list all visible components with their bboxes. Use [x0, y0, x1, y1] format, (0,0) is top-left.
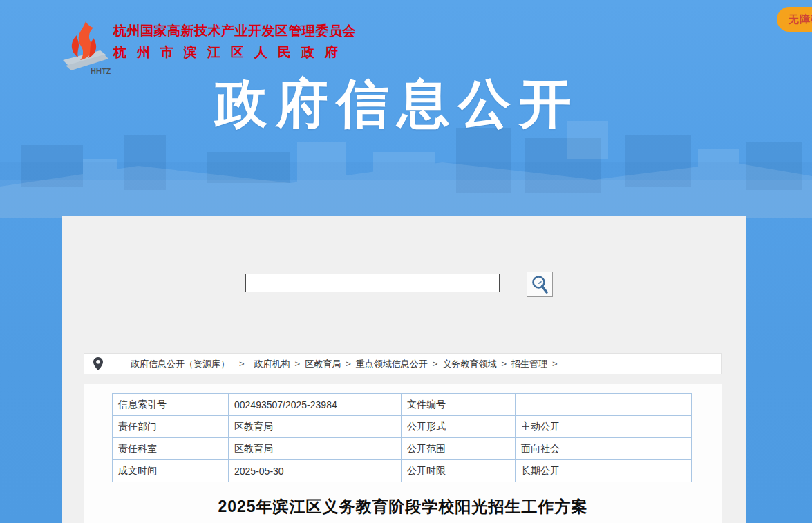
breadcrumb-item[interactable]: 义务教育领域 [442, 359, 496, 369]
org-name-line1: 杭州国家高新技术产业开发区管理委员会 [113, 22, 362, 40]
meta-value-cell: 区教育局 [229, 438, 402, 460]
breadcrumb-separator: > [552, 359, 558, 369]
breadcrumb-separator: > [501, 359, 507, 369]
location-pin-icon [93, 357, 103, 370]
meta-label-cell: 文件编号 [402, 394, 516, 416]
breadcrumb-item[interactable]: 招生管理 [511, 359, 547, 369]
meta-value-cell [516, 394, 692, 416]
magnifier-icon [531, 275, 549, 294]
table-row: 责任部门区教育局公开形式主动公开 [113, 416, 692, 438]
accessibility-button[interactable]: 无障碍 [777, 7, 812, 32]
meta-value-cell: 长期公开 [516, 460, 692, 482]
search-input[interactable] [245, 274, 500, 292]
meta-label-cell: 责任科室 [113, 438, 229, 460]
meta-label-cell: 公开时限 [402, 460, 516, 482]
search-button[interactable] [527, 272, 553, 297]
breadcrumb: 政府信息公开（资源库）>政府机构>区教育局>重点领域信息公开>义务教育领域>招生… [131, 358, 563, 370]
info-card: 信息索引号002493507/2025-23984文件编号责任部门区教育局公开形… [84, 384, 722, 523]
meta-label-cell: 公开形式 [402, 416, 516, 438]
org-name-block: 杭州国家高新技术产业开发区管理委员会 杭州市滨江区人民政府 [113, 22, 362, 61]
table-row: 责任科室区教育局公开范围面向社会 [113, 438, 692, 460]
meta-table: 信息索引号002493507/2025-23984文件编号责任部门区教育局公开形… [112, 393, 692, 482]
meta-value-cell: 区教育局 [229, 416, 402, 438]
content-panel: 政府信息公开（资源库）>政府机构>区教育局>重点领域信息公开>义务教育领域>招生… [62, 216, 746, 523]
meta-value-cell: 002493507/2025-23984 [229, 394, 402, 416]
breadcrumb-item[interactable]: 政府机构 [254, 359, 290, 369]
breadcrumb-separator: > [346, 359, 351, 369]
site-logo: HHTZ [60, 20, 111, 75]
breadcrumb-item[interactable]: 政府信息公开（资源库） [131, 359, 229, 369]
breadcrumb-item[interactable]: 重点领域信息公开 [356, 359, 428, 369]
org-name-line2: 杭州市滨江区人民政府 [113, 44, 362, 61]
meta-label-cell: 成文时间 [113, 460, 229, 482]
breadcrumb-bar: 政府信息公开（资源库）>政府机构>区教育局>重点领域信息公开>义务教育领域>招生… [84, 353, 722, 374]
meta-value-cell: 主动公开 [516, 416, 692, 438]
table-row: 信息索引号002493507/2025-23984文件编号 [113, 394, 692, 416]
logo-flame-icon: HHTZ [60, 20, 111, 75]
meta-label-cell: 信息索引号 [113, 394, 229, 416]
breadcrumb-item[interactable]: 区教育局 [305, 359, 341, 369]
banner-title: 政府信息公开 [0, 69, 795, 140]
meta-value-cell: 2025-05-30 [229, 460, 402, 482]
page: { "accessibility": { "label": "无障碍" }, "… [0, 0, 812, 523]
breadcrumb-separator: > [295, 359, 301, 369]
breadcrumb-separator: > [433, 359, 438, 369]
table-row: 成文时间2025-05-30公开时限长期公开 [113, 460, 692, 482]
meta-label-cell: 公开范围 [402, 438, 516, 460]
breadcrumb-separator: > [239, 359, 245, 369]
document-title: 2025年滨江区义务教育阶段学校阳光招生工作方案 [84, 496, 722, 517]
meta-label-cell: 责任部门 [113, 416, 229, 438]
meta-value-cell: 面向社会 [516, 438, 692, 460]
